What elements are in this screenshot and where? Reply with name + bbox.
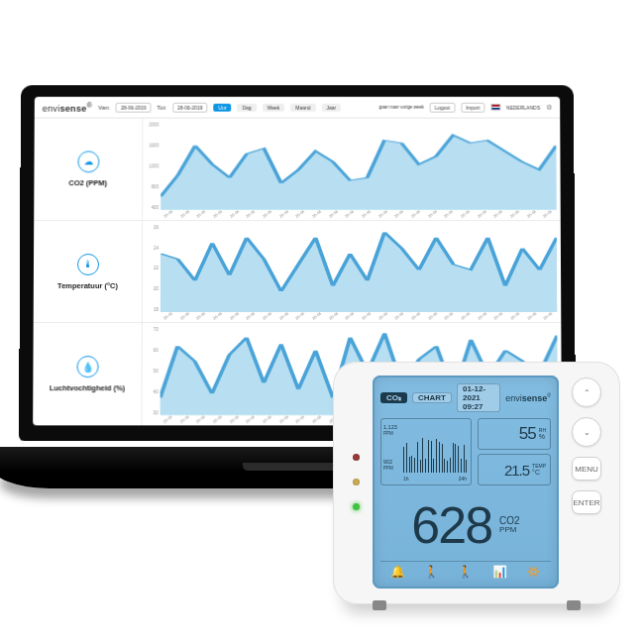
led-yellow-icon: [353, 479, 360, 485]
co2-plot: [161, 125, 557, 210]
lcd-rh-unit: RH %: [539, 428, 546, 440]
lcd-top-row: CO₂ CHART 01-12-2021 09:27 envisense®: [380, 383, 551, 412]
row-temp: 🌡 Temperatuur (°C) 2624222018 28-0628-06…: [34, 221, 562, 324]
humidity-yaxis: 7060504030: [145, 327, 159, 415]
locale-select[interactable]: NEDERLANDS: [506, 104, 540, 110]
lcd-temp-box: 21.5 TEMP °C: [478, 454, 551, 485]
co2-title: CO2 (PPM): [68, 178, 107, 187]
led-strip: [349, 376, 363, 589]
range-week-button[interactable]: Week: [263, 103, 285, 111]
lcd-bar-scale: 1h 24h: [403, 476, 467, 482]
led-green-icon: [353, 503, 360, 510]
co2-yaxis: 200016001200800400: [145, 123, 159, 210]
lcd-bottom-row: 🔔 🚶 🚶 📊 🔅: [380, 561, 551, 579]
gear-icon[interactable]: ⚙: [546, 103, 552, 111]
occupancy2-icon[interactable]: 🚶: [458, 565, 473, 579]
lcd-main-reading: 628 CO2 PPM: [380, 489, 551, 561]
range-month-button[interactable]: Maand: [290, 103, 315, 111]
co2-chart: 200016001200800400 28-0628-0628-0628-062…: [143, 119, 561, 220]
enter-button[interactable]: ENTER: [572, 490, 601, 514]
lcd-minibox-col: 55 RH % 21.5 TEMP °C: [478, 418, 551, 485]
up-button[interactable]: ⌃: [572, 377, 601, 407]
lcd-datetime: 01-12-2021 09:27: [457, 383, 500, 412]
temp-title: Temperatuur (°C): [57, 280, 118, 289]
row-co2: ☁ CO2 (PPM) 200016001200800400 28-0628-0…: [34, 119, 561, 221]
barchart-icon[interactable]: 📊: [492, 565, 507, 579]
brand-bold: sense: [59, 104, 86, 114]
lcd-rh-box: 55 RH %: [478, 418, 551, 450]
logout-button[interactable]: Logout: [430, 102, 455, 112]
lcd-co2-value: 628: [411, 495, 491, 555]
temp-plot: [161, 227, 557, 313]
brand-reg: ®: [86, 101, 92, 110]
lcd-bar-ylab-top: 1,123 PPM: [383, 425, 397, 436]
brand-logo: envisense®: [43, 101, 92, 114]
co2-label-cell: ☁ CO2 (PPM): [34, 119, 143, 220]
lcd-co2-unit: CO2 PPM: [499, 516, 520, 534]
humidity-label-cell: 💧 Luchtvochtigheid (%): [33, 323, 143, 425]
cloud-icon: ☁: [77, 151, 99, 172]
from-label: Van:: [98, 104, 110, 110]
to-date-input[interactable]: 28-06-2019: [172, 102, 207, 112]
temp-chart: 2624222018 28-0628-0628-0628-0628-0628-0…: [143, 221, 561, 323]
lcd-mid-row: 1,123 PPM 902 PPM 1h 24h 55 RH: [380, 418, 551, 485]
flag-nl-icon: [490, 104, 500, 111]
device-foot: [373, 600, 386, 610]
to-label: Tot:: [157, 104, 166, 110]
range-year-button[interactable]: Jaar: [321, 103, 341, 111]
temp-label-cell: 🌡 Temperatuur (°C): [34, 221, 143, 323]
led-red-icon: [353, 454, 360, 461]
lcd-history-chart: 1,123 PPM 902 PPM 1h 24h: [380, 418, 472, 485]
sensor-device: CO₂ CHART 01-12-2021 09:27 envisense® 1,…: [333, 362, 620, 604]
temp-yaxis: 2624222018: [145, 225, 159, 313]
humidity-title: Luchtvochtigheid (%): [50, 383, 125, 392]
from-date-input[interactable]: 28-06-2019: [116, 102, 152, 112]
tab-chart[interactable]: CHART: [412, 392, 452, 403]
range-day-button[interactable]: Dag: [238, 103, 257, 111]
device-buttons: ⌃ ⌄ MENU ENTER: [569, 376, 604, 589]
occupancy-icon[interactable]: 🚶: [424, 565, 439, 579]
tab-co2[interactable]: CO₂: [380, 392, 407, 403]
range-hour-button[interactable]: Uur: [214, 103, 232, 111]
co2-xaxis: 28-0628-0628-0628-0628-0628-0628-0628-06…: [161, 211, 557, 219]
brightness-icon[interactable]: 🔅: [526, 565, 541, 579]
lcd-bar-ylab-bot: 902 PPM: [383, 460, 393, 471]
nav-previous-link[interactable]: gaan naar vorige week: [379, 105, 424, 110]
down-button[interactable]: ⌄: [572, 417, 601, 447]
menu-button[interactable]: MENU: [572, 457, 601, 481]
lcd-rh-value: 55: [519, 424, 536, 444]
alarm-icon[interactable]: 🔔: [390, 565, 405, 579]
lcd-brand: envisense®: [505, 392, 551, 403]
lcd-temp-unit: TEMP °C: [532, 464, 546, 476]
temp-xaxis: 28-0628-0628-0628-0628-0628-0628-0628-06…: [161, 313, 557, 321]
thermometer-icon: 🌡: [76, 254, 98, 275]
import-button[interactable]: Import: [461, 102, 484, 112]
droplet-icon: 💧: [76, 356, 98, 377]
dashboard-header: envisense® Van: 28-06-2019 Tot: 28-06-20…: [35, 97, 560, 119]
device-lcd: CO₂ CHART 01-12-2021 09:27 envisense® 1,…: [373, 376, 559, 589]
lcd-bars: [403, 423, 467, 473]
device-foot: [567, 600, 581, 610]
lcd-temp-value: 21.5: [504, 462, 529, 479]
brand-light: envi: [43, 104, 60, 114]
